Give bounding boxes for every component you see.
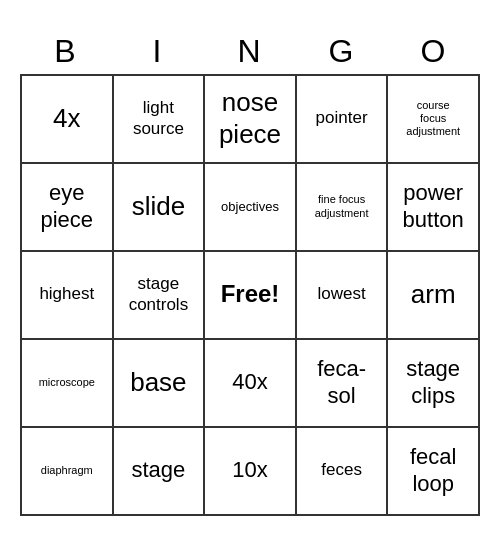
- bingo-cell: feces: [297, 428, 389, 516]
- cell-text: objectives: [221, 199, 279, 215]
- cell-text: nosepiece: [219, 87, 281, 149]
- cell-text: feces: [321, 460, 362, 480]
- cell-text: stage: [131, 457, 185, 483]
- cell-text: arm: [411, 279, 456, 310]
- bingo-grid: 4xlightsourcenosepiecepointercoursefocus…: [20, 74, 480, 516]
- cell-text: fecalloop: [410, 444, 456, 497]
- bingo-cell: fine focusadjustment: [297, 164, 389, 252]
- cell-text: pointer: [316, 108, 368, 128]
- bingo-cell: objectives: [205, 164, 297, 252]
- cell-text: Free!: [221, 280, 280, 309]
- cell-text: lowest: [318, 284, 366, 304]
- bingo-cell: 40x: [205, 340, 297, 428]
- header-letter: B: [20, 29, 112, 74]
- cell-text: slide: [132, 191, 185, 222]
- cell-text: 4x: [53, 103, 80, 134]
- bingo-cell: highest: [22, 252, 114, 340]
- cell-text: stagecontrols: [129, 274, 189, 315]
- bingo-cell: diaphragm: [22, 428, 114, 516]
- bingo-cell: fecalloop: [388, 428, 480, 516]
- bingo-cell: slide: [114, 164, 206, 252]
- cell-text: highest: [39, 284, 94, 304]
- cell-text: microscope: [39, 376, 95, 389]
- bingo-cell: Free!: [205, 252, 297, 340]
- bingo-cell: arm: [388, 252, 480, 340]
- header-letter: G: [296, 29, 388, 74]
- bingo-cell: pointer: [297, 76, 389, 164]
- bingo-cell: 4x: [22, 76, 114, 164]
- bingo-cell: stagecontrols: [114, 252, 206, 340]
- cell-text: 40x: [232, 369, 267, 395]
- cell-text: 10x: [232, 457, 267, 483]
- bingo-cell: nosepiece: [205, 76, 297, 164]
- header-letter: N: [204, 29, 296, 74]
- cell-text: base: [130, 367, 186, 398]
- cell-text: eyepiece: [41, 180, 94, 233]
- cell-text: feca-sol: [317, 356, 366, 409]
- bingo-cell: base: [114, 340, 206, 428]
- bingo-cell: stageclips: [388, 340, 480, 428]
- cell-text: diaphragm: [41, 464, 93, 477]
- bingo-cell: 10x: [205, 428, 297, 516]
- cell-text: lightsource: [133, 98, 184, 139]
- bingo-cell: lightsource: [114, 76, 206, 164]
- header-letter: O: [388, 29, 480, 74]
- bingo-cell: powerbutton: [388, 164, 480, 252]
- cell-text: fine focusadjustment: [315, 193, 369, 219]
- cell-text: powerbutton: [403, 180, 464, 233]
- cell-text: coursefocusadjustment: [406, 99, 460, 139]
- bingo-cell: eyepiece: [22, 164, 114, 252]
- bingo-header: BINGO: [20, 29, 480, 74]
- cell-text: stageclips: [406, 356, 460, 409]
- bingo-cell: coursefocusadjustment: [388, 76, 480, 164]
- bingo-cell: feca-sol: [297, 340, 389, 428]
- bingo-cell: lowest: [297, 252, 389, 340]
- bingo-card: BINGO 4xlightsourcenosepiecepointercours…: [20, 29, 480, 516]
- bingo-cell: stage: [114, 428, 206, 516]
- header-letter: I: [112, 29, 204, 74]
- bingo-cell: microscope: [22, 340, 114, 428]
